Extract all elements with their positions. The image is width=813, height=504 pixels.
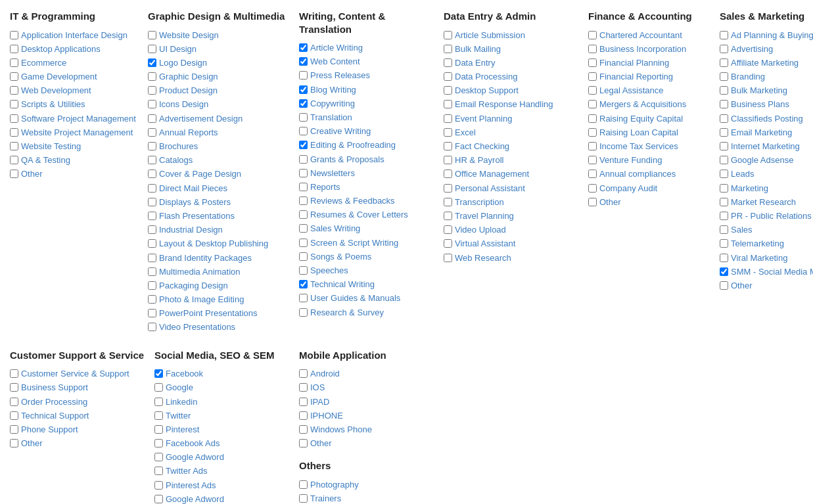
checkbox-customer-support-4[interactable] [10,425,18,434]
checkbox-label[interactable]: Cover & Page Design [148,168,241,180]
checkbox-data-entry-4[interactable] [444,86,452,95]
checkbox-finance-9[interactable] [588,156,597,164]
checkbox-label[interactable]: Annual Reports [148,127,218,139]
checkbox-label[interactable]: Event Planning [444,113,512,125]
checkbox-data-entry-2[interactable] [444,58,452,67]
checkbox-label[interactable]: Financial Planning [588,57,669,69]
checkbox-label[interactable]: Facebook Ads [154,438,220,449]
checkbox-label[interactable]: Financial Reporting [588,71,673,83]
checkbox-writing-content-19[interactable] [299,308,308,317]
checkbox-it-programming-2[interactable] [10,58,18,67]
checkbox-label[interactable]: Editing & Proofreading [299,139,396,151]
checkbox-label[interactable]: Internet Marketing [720,141,800,152]
checkbox-writing-content-8[interactable] [299,155,308,164]
checkbox-finance-5[interactable] [588,100,597,108]
checkbox-writing-content-14[interactable] [299,239,308,247]
checkbox-label[interactable]: Reports [299,181,340,193]
checkbox-sales-marketing-2[interactable] [720,58,728,67]
checkbox-data-entry-16[interactable] [444,254,452,262]
checkbox-label[interactable]: Brand Identity Packages [148,252,252,264]
checkbox-label[interactable]: Linkedin [154,396,197,408]
checkbox-writing-content-1[interactable] [299,57,308,66]
checkbox-label[interactable]: Phone Support [10,424,78,436]
checkbox-label[interactable]: Android [299,368,340,380]
checkbox-label[interactable]: Video Presentations [148,321,235,333]
checkbox-label[interactable]: Google Adsense [720,154,793,166]
checkbox-sales-marketing-4[interactable] [720,86,728,95]
checkbox-label[interactable]: Resumes & Cover Letters [299,209,408,221]
checkbox-label[interactable]: Research & Survey [299,307,384,319]
checkbox-label[interactable]: Direct Mail Pieces [148,183,227,195]
checkbox-social-8[interactable] [154,481,163,490]
checkbox-label[interactable]: Graphic Design [148,71,218,83]
checkbox-label[interactable]: Customer Service & Support [10,368,129,380]
checkbox-writing-content-15[interactable] [299,252,308,261]
checkbox-finance-3[interactable] [588,72,597,81]
checkbox-it-programming-7[interactable] [10,128,18,137]
checkbox-sales-marketing-13[interactable] [720,212,728,220]
checkbox-label[interactable]: Web Content [299,56,360,68]
checkbox-data-entry-0[interactable] [444,31,452,39]
checkbox-finance-2[interactable] [588,58,597,67]
checkbox-customer-support-5[interactable] [10,439,18,447]
checkbox-label[interactable]: Pinterest [154,424,199,436]
checkbox-it-programming-3[interactable] [10,72,18,81]
checkbox-writing-content-4[interactable] [299,99,308,108]
checkbox-customer-support-0[interactable] [10,369,18,378]
checkbox-social-9[interactable] [154,495,163,503]
checkbox-graphic-design-16[interactable] [148,254,156,262]
checkbox-label[interactable]: Order Processing [10,396,87,408]
checkbox-label[interactable]: Software Project Management [10,113,136,125]
checkbox-mobile-application-1[interactable] [299,383,308,392]
checkbox-label[interactable]: Speeches [299,265,348,277]
checkbox-graphic-design-15[interactable] [148,239,156,248]
checkbox-data-entry-13[interactable] [444,212,452,220]
checkbox-writing-content-13[interactable] [299,224,308,233]
checkbox-graphic-design-7[interactable] [148,128,156,137]
checkbox-it-programming-9[interactable] [10,156,18,164]
checkbox-label[interactable]: Business Plans [720,99,789,110]
checkbox-label[interactable]: Facebook [154,368,203,380]
checkbox-graphic-design-5[interactable] [148,100,156,108]
checkbox-data-entry-11[interactable] [444,184,452,193]
checkbox-mobile-application-0[interactable] [299,369,308,378]
checkbox-label[interactable]: Twitter Ads [154,465,208,477]
checkbox-label[interactable]: Application Interface Design [10,30,128,41]
checkbox-data-entry-12[interactable] [444,198,452,206]
checkbox-sales-marketing-18[interactable] [720,281,728,290]
checkbox-others-1[interactable] [299,494,308,503]
checkbox-label[interactable]: Translation [299,112,352,124]
checkbox-label[interactable]: Raising Equity Capital [588,113,683,125]
checkbox-label[interactable]: Chartered Accountant [588,30,682,41]
checkbox-sales-marketing-5[interactable] [720,100,728,108]
checkbox-data-entry-6[interactable] [444,114,452,123]
checkbox-it-programming-8[interactable] [10,142,18,150]
checkbox-graphic-design-1[interactable] [148,45,156,53]
checkbox-label[interactable]: Website Testing [10,141,81,152]
checkbox-label[interactable]: Viral Marketing [720,252,787,264]
checkbox-label[interactable]: UI Design [148,43,197,55]
checkbox-it-programming-10[interactable] [10,170,18,178]
checkbox-label[interactable]: Leads [720,168,754,180]
checkbox-label[interactable]: Google [154,382,193,394]
checkbox-it-programming-5[interactable] [10,100,18,108]
checkbox-label[interactable]: HR & Payroll [444,154,503,166]
checkbox-label[interactable]: Advertising [720,43,773,55]
checkbox-label[interactable]: Branding [720,71,765,83]
checkbox-finance-4[interactable] [588,86,597,95]
checkbox-graphic-design-20[interactable] [148,309,156,317]
checkbox-label[interactable]: Fact Checking [444,141,509,152]
checkbox-label[interactable]: Advertisement Design [148,113,243,125]
checkbox-social-4[interactable] [154,425,163,434]
checkbox-sales-marketing-14[interactable] [720,225,728,234]
checkbox-label[interactable]: IPAD [299,396,329,408]
checkbox-it-programming-0[interactable] [10,31,18,39]
checkbox-finance-1[interactable] [588,45,597,53]
checkbox-graphic-design-11[interactable] [148,184,156,193]
checkbox-label[interactable]: Business Support [10,382,88,394]
checkbox-data-entry-3[interactable] [444,72,452,81]
checkbox-label[interactable]: Market Research [720,196,796,208]
checkbox-sales-marketing-11[interactable] [720,184,728,193]
checkbox-it-programming-1[interactable] [10,45,18,53]
checkbox-writing-content-6[interactable] [299,127,308,135]
